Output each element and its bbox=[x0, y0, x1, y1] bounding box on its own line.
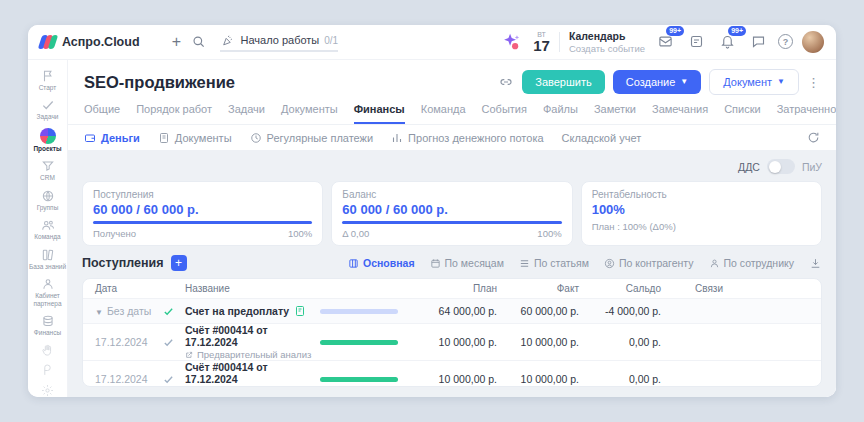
coins-icon bbox=[41, 314, 55, 328]
sidebar-item-groups[interactable]: Группы bbox=[29, 186, 67, 214]
subtab-prognoz[interactable]: Прогноз денежного потока bbox=[391, 132, 543, 144]
table-header-row: Дата Название План Факт Сальдо Связи bbox=[83, 279, 821, 298]
tab-dokumenty[interactable]: Документы bbox=[281, 103, 338, 124]
download-icon[interactable] bbox=[809, 257, 822, 270]
globe-icon bbox=[41, 189, 55, 203]
more-menu-icon[interactable]: ⋮ bbox=[807, 75, 820, 90]
link-icon[interactable] bbox=[498, 74, 514, 90]
tab-finansy[interactable]: Финансы bbox=[354, 103, 405, 124]
sidebar-item-team[interactable]: Команда bbox=[29, 215, 67, 243]
books-icon bbox=[41, 248, 55, 262]
create-plus-button[interactable]: + bbox=[166, 31, 188, 53]
dds-piu-toggle[interactable] bbox=[767, 159, 795, 174]
tab-zatrachennoe-vremya[interactable]: Затраченное время bbox=[777, 103, 836, 124]
tab-zamechaniya[interactable]: Замечания bbox=[652, 103, 708, 124]
finish-button[interactable]: Завершить bbox=[522, 70, 604, 94]
calendar-shortcut[interactable]: Календарь Создать событие bbox=[569, 30, 645, 54]
sidebar-item-crm[interactable]: CRM bbox=[29, 156, 67, 184]
section-header: Поступления + Основная По месяцам bbox=[82, 255, 822, 271]
sidebar-item-extra-1[interactable] bbox=[29, 341, 67, 360]
tab-sobytiya[interactable]: События bbox=[482, 103, 527, 124]
person-icon bbox=[709, 258, 720, 269]
help-icon[interactable]: ? bbox=[778, 34, 793, 49]
progress-bar bbox=[93, 221, 312, 224]
income-table: Дата Название План Факт Сальдо Связи ▼Бе… bbox=[82, 278, 822, 387]
notes-icon[interactable] bbox=[685, 31, 707, 53]
day-number: 17 bbox=[533, 38, 550, 53]
tab-fayly[interactable]: Файлы bbox=[543, 103, 578, 124]
calendar-icon bbox=[430, 258, 441, 269]
notifications-badge: 99+ bbox=[728, 26, 746, 36]
calendar-title: Календарь bbox=[569, 30, 645, 43]
view-osnovnaya[interactable]: Основная bbox=[348, 257, 415, 269]
plan-progress-bar bbox=[320, 377, 398, 382]
subtab-regulyarnye-platezhi[interactable]: Регулярные платежи bbox=[250, 132, 374, 144]
tab-zadachi[interactable]: Задачи bbox=[228, 103, 265, 124]
divider bbox=[559, 32, 560, 52]
chat-icon[interactable] bbox=[747, 31, 769, 53]
mail-icon[interactable]: 99+ bbox=[654, 31, 676, 53]
view-po-kontragentu[interactable]: По контрагенту bbox=[604, 257, 694, 269]
table-row[interactable]: 17.12.2024 Счёт #000414 от 17.12.2024 Сб… bbox=[83, 360, 821, 387]
card-postupleniya: Поступления 60 000 / 60 000 р. Получено1… bbox=[82, 181, 323, 246]
table-group-row[interactable]: ▼Без даты Счет на предоплату 64 000,00 р… bbox=[83, 298, 821, 323]
tab-obshchie[interactable]: Общие bbox=[84, 103, 120, 124]
calendar-subtitle: Создать событие bbox=[569, 43, 645, 54]
main-panel: SEO-продвижение Завершить Создание▼ Доку… bbox=[68, 60, 836, 397]
view-po-sotrudniku[interactable]: По сотруднику bbox=[709, 257, 794, 269]
link-icon bbox=[185, 351, 193, 359]
people-icon bbox=[41, 218, 55, 232]
table-row[interactable]: 17.12.2024 Счёт #000414 от 17.12.2024 Пр… bbox=[83, 323, 821, 360]
ai-sparkle-icon[interactable] bbox=[500, 31, 522, 53]
sidebar-item-knowledge-base[interactable]: База знаний bbox=[29, 245, 67, 273]
sidebar-item-projects[interactable]: Проекты bbox=[29, 125, 67, 155]
toggle-label-piu[interactable]: ПиУ bbox=[802, 161, 822, 173]
refresh-icon[interactable] bbox=[807, 131, 820, 144]
sidebar-item-tasks[interactable]: Задачи bbox=[29, 95, 67, 123]
search-icon[interactable] bbox=[188, 31, 210, 53]
check-icon bbox=[163, 374, 174, 385]
gear-icon bbox=[41, 384, 54, 397]
onboarding-progress[interactable]: Начало работы 0/1 bbox=[220, 32, 339, 52]
create-button[interactable]: Создание▼ bbox=[613, 70, 702, 94]
onboarding-label: Начало работы bbox=[241, 34, 320, 46]
rocket-icon bbox=[41, 364, 54, 377]
logo-text: Аспро.Cloud bbox=[62, 35, 140, 49]
project-tabs: Общие Порядок работ Задачи Документы Фин… bbox=[84, 103, 820, 124]
app-logo[interactable]: Аспро.Cloud bbox=[40, 35, 140, 49]
report-mode-toggle-row: ДДС ПиУ bbox=[82, 159, 822, 174]
projects-icon bbox=[40, 128, 56, 144]
add-income-button[interactable]: + bbox=[171, 255, 187, 271]
tab-zametki[interactable]: Заметки bbox=[594, 103, 636, 124]
chevron-down-icon: ▼ bbox=[777, 78, 785, 86]
wallet-icon bbox=[84, 132, 96, 144]
summary-cards: Поступления 60 000 / 60 000 р. Получено1… bbox=[82, 181, 822, 246]
tab-poryadok-rabot[interactable]: Порядок работ bbox=[136, 103, 212, 124]
sidebar-item-extra-2[interactable] bbox=[29, 361, 67, 380]
sidebar-item-start[interactable]: Старт bbox=[29, 66, 67, 94]
page-title: SEO-продвижение bbox=[84, 73, 235, 92]
toggle-label-dds[interactable]: ДДС bbox=[738, 161, 760, 173]
today-date[interactable]: Вт 17 bbox=[533, 31, 550, 53]
list-icon bbox=[519, 258, 530, 269]
invoice-icon[interactable] bbox=[294, 305, 306, 317]
check-icon bbox=[163, 337, 174, 348]
sidebar-item-partner-cabinet[interactable]: Кабинет партнера bbox=[29, 274, 67, 310]
collapse-caret-icon[interactable]: ▼ bbox=[95, 308, 103, 317]
plan-progress-bar bbox=[320, 309, 398, 314]
user-avatar[interactable] bbox=[802, 31, 824, 53]
document-button[interactable]: Документ▼ bbox=[709, 69, 799, 95]
tab-komanda[interactable]: Команда bbox=[421, 103, 466, 124]
subtab-dengi[interactable]: Деньги bbox=[84, 132, 140, 144]
view-po-statyam[interactable]: По статьям bbox=[519, 257, 589, 269]
subtab-dokumenty[interactable]: Документы bbox=[158, 132, 232, 144]
document-icon bbox=[158, 132, 170, 144]
sidebar-item-finance[interactable]: Финансы bbox=[29, 311, 67, 339]
bell-icon[interactable]: 99+ bbox=[716, 31, 738, 53]
card-rentabelnost: Рентабельность 100% План : 100% (Δ0%) bbox=[581, 181, 822, 246]
view-po-mesyatsam[interactable]: По месяцам bbox=[430, 257, 504, 269]
tab-spiski[interactable]: Списки bbox=[724, 103, 761, 124]
subtab-skladskoy-uchet[interactable]: Складской учет bbox=[562, 132, 642, 144]
sidebar-item-settings[interactable] bbox=[29, 381, 67, 397]
page-header: SEO-продвижение Завершить Создание▼ Доку… bbox=[68, 60, 836, 124]
